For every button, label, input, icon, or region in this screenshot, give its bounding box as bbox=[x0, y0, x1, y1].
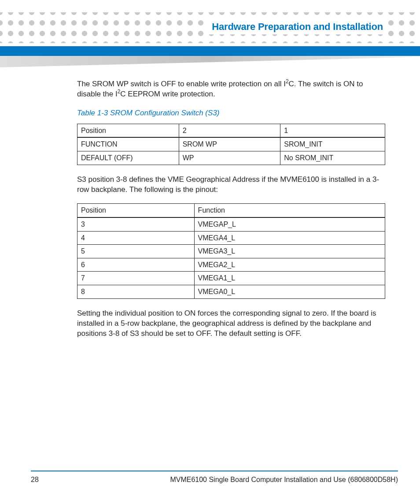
table-row: 7 VMEGA1_L bbox=[77, 272, 385, 285]
table-row: Position Function bbox=[77, 204, 385, 217]
table-cell: 6 bbox=[77, 258, 195, 272]
superscript: 2 bbox=[286, 78, 289, 85]
table-cell: Function bbox=[194, 204, 385, 217]
table-cell: VMEGAP_L bbox=[194, 217, 385, 231]
paragraph-setting-on: Setting the individual position to ON fo… bbox=[77, 309, 385, 339]
header-wedge bbox=[0, 56, 420, 67]
table-cell: VMEGA0_L bbox=[194, 285, 385, 299]
table-cell: Position bbox=[77, 204, 195, 217]
table-cell: Position bbox=[77, 124, 179, 137]
table-row: FUNCTION SROM WP SROM_INIT bbox=[77, 137, 385, 151]
doc-title: MVME6100 Single Board Computer Installat… bbox=[57, 476, 398, 484]
table-cell: WP bbox=[179, 151, 280, 165]
table-cell: 7 bbox=[77, 272, 195, 285]
table-cell: VMEGA1_L bbox=[194, 272, 385, 285]
paragraph-srom-wp: The SROM WP switch is OFF to enable writ… bbox=[77, 79, 385, 99]
table-cell: VMEGA2_L bbox=[194, 258, 385, 272]
table-row: 4 VMEGA4_L bbox=[77, 231, 385, 245]
table-row: 8 VMEGA0_L bbox=[77, 285, 385, 299]
table-cell: VMEGA4_L bbox=[194, 231, 385, 245]
page-footer: 28 MVME6100 Single Board Computer Instal… bbox=[31, 471, 398, 484]
table-row: 5 VMEGA3_L bbox=[77, 245, 385, 258]
header-blue-bar bbox=[0, 46, 420, 56]
table-cell: SROM WP bbox=[179, 137, 280, 151]
text: The SROM WP switch is OFF to enable writ… bbox=[77, 80, 286, 88]
table-caption: Table 1-3 SROM Configuration Switch (S3) bbox=[77, 108, 385, 118]
table-row: Position 2 1 bbox=[77, 124, 385, 137]
table-row: 3 VMEGAP_L bbox=[77, 217, 385, 231]
table-cell: 1 bbox=[280, 124, 385, 137]
table-cell: VMEGA3_L bbox=[194, 245, 385, 258]
table-row: DEFAULT (OFF) WP No SROM_INIT bbox=[77, 151, 385, 165]
paragraph-geo-addr: S3 position 3-8 defines the VME Geograph… bbox=[77, 175, 385, 195]
table-cell: SROM_INIT bbox=[280, 137, 385, 151]
text: C EEPROM write protection. bbox=[120, 90, 215, 98]
table-cell: 3 bbox=[77, 217, 195, 231]
section-title: Hardware Preparation and Installation bbox=[207, 19, 387, 34]
table-cell: 4 bbox=[77, 231, 195, 245]
page-number: 28 bbox=[31, 476, 57, 484]
table-cell: FUNCTION bbox=[77, 137, 179, 151]
table-row: 6 VMEGA2_L bbox=[77, 258, 385, 272]
table-cell: 5 bbox=[77, 245, 195, 258]
table-srom-config: Position 2 1 FUNCTION SROM WP SROM_INIT … bbox=[77, 124, 385, 165]
table-pinout: Position Function 3 VMEGAP_L 4 VMEGA4_L … bbox=[77, 203, 385, 298]
page-content: The SROM WP switch is OFF to enable writ… bbox=[77, 79, 385, 347]
table-cell: No SROM_INIT bbox=[280, 151, 385, 165]
table-cell: DEFAULT (OFF) bbox=[77, 151, 179, 165]
table-cell: 8 bbox=[77, 285, 195, 299]
table-cell: 2 bbox=[179, 124, 280, 137]
